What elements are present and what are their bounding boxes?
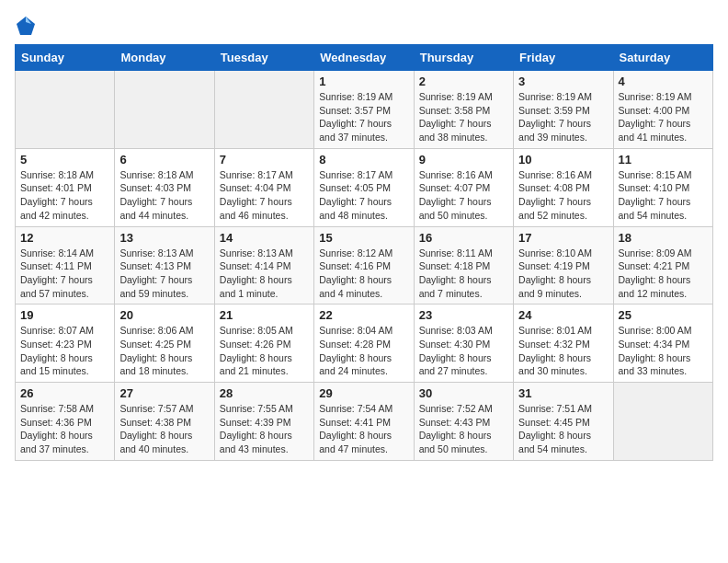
day-cell: 3Sunrise: 8:19 AM Sunset: 3:59 PM Daylig… — [514, 71, 613, 149]
day-number: 31 — [518, 386, 608, 400]
day-cell: 14Sunrise: 8:13 AM Sunset: 4:14 PM Dayli… — [214, 226, 313, 304]
day-cell: 1Sunrise: 8:19 AM Sunset: 3:57 PM Daylig… — [314, 71, 414, 149]
day-cell: 16Sunrise: 8:11 AM Sunset: 4:18 PM Dayli… — [414, 226, 513, 304]
day-info: Sunrise: 8:09 AM Sunset: 4:21 PM Dayligh… — [619, 247, 708, 301]
weekday-header-saturday: Saturday — [613, 45, 712, 71]
day-number: 17 — [518, 231, 608, 245]
weekday-header-tuesday: Tuesday — [214, 45, 313, 71]
day-number: 22 — [319, 308, 408, 322]
day-number: 6 — [119, 153, 209, 167]
day-info: Sunrise: 8:16 AM Sunset: 4:08 PM Dayligh… — [518, 168, 608, 223]
day-info: Sunrise: 8:03 AM Sunset: 4:30 PM Dayligh… — [419, 324, 508, 378]
day-cell: 18Sunrise: 8:09 AM Sunset: 4:21 PM Dayli… — [613, 226, 712, 304]
day-cell: 23Sunrise: 8:03 AM Sunset: 4:30 PM Dayli… — [414, 304, 513, 383]
day-cell: 26Sunrise: 7:58 AM Sunset: 4:36 PM Dayli… — [16, 383, 115, 461]
header — [15, 15, 713, 37]
day-number: 15 — [319, 231, 408, 245]
day-number: 28 — [220, 386, 309, 400]
day-info: Sunrise: 7:57 AM Sunset: 4:38 PM Dayligh… — [119, 402, 209, 456]
day-number: 3 — [518, 75, 608, 88]
day-cell: 24Sunrise: 8:01 AM Sunset: 4:32 PM Dayli… — [514, 304, 613, 383]
day-info: Sunrise: 8:19 AM Sunset: 3:57 PM Dayligh… — [319, 90, 408, 144]
day-number: 4 — [619, 75, 708, 88]
day-info: Sunrise: 8:17 AM Sunset: 4:04 PM Dayligh… — [220, 168, 309, 223]
day-info: Sunrise: 7:51 AM Sunset: 4:45 PM Dayligh… — [518, 402, 608, 456]
day-number: 9 — [419, 153, 508, 167]
day-cell: 19Sunrise: 8:07 AM Sunset: 4:23 PM Dayli… — [16, 304, 115, 383]
day-info: Sunrise: 7:54 AM Sunset: 4:41 PM Dayligh… — [319, 402, 408, 456]
day-cell: 20Sunrise: 8:06 AM Sunset: 4:25 PM Dayli… — [115, 304, 214, 383]
week-row-4: 19Sunrise: 8:07 AM Sunset: 4:23 PM Dayli… — [16, 304, 713, 383]
day-number: 8 — [319, 153, 408, 167]
day-info: Sunrise: 8:10 AM Sunset: 4:19 PM Dayligh… — [518, 247, 608, 301]
day-number: 24 — [518, 308, 608, 322]
week-row-2: 5Sunrise: 8:18 AM Sunset: 4:01 PM Daylig… — [16, 148, 713, 226]
day-info: Sunrise: 8:14 AM Sunset: 4:11 PM Dayligh… — [20, 247, 109, 301]
day-cell: 22Sunrise: 8:04 AM Sunset: 4:28 PM Dayli… — [314, 304, 414, 383]
day-cell: 10Sunrise: 8:16 AM Sunset: 4:08 PM Dayli… — [514, 148, 613, 226]
day-number: 16 — [419, 231, 508, 245]
day-number: 29 — [319, 386, 408, 400]
week-row-5: 26Sunrise: 7:58 AM Sunset: 4:36 PM Dayli… — [16, 383, 713, 461]
day-cell: 17Sunrise: 8:10 AM Sunset: 4:19 PM Dayli… — [514, 226, 613, 304]
calendar-table: SundayMondayTuesdayWednesdayThursdayFrid… — [15, 44, 713, 461]
day-number: 27 — [119, 386, 209, 400]
day-number: 1 — [319, 75, 408, 88]
day-info: Sunrise: 8:07 AM Sunset: 4:23 PM Dayligh… — [20, 324, 109, 378]
day-cell: 9Sunrise: 8:16 AM Sunset: 4:07 PM Daylig… — [414, 148, 513, 226]
day-info: Sunrise: 8:17 AM Sunset: 4:05 PM Dayligh… — [319, 168, 408, 223]
day-info: Sunrise: 7:52 AM Sunset: 4:43 PM Dayligh… — [419, 402, 508, 456]
day-info: Sunrise: 8:13 AM Sunset: 4:13 PM Dayligh… — [119, 247, 209, 301]
day-cell: 13Sunrise: 8:13 AM Sunset: 4:13 PM Dayli… — [115, 226, 214, 304]
day-cell: 29Sunrise: 7:54 AM Sunset: 4:41 PM Dayli… — [314, 383, 414, 461]
day-cell: 4Sunrise: 8:19 AM Sunset: 4:00 PM Daylig… — [613, 71, 712, 149]
day-cell: 31Sunrise: 7:51 AM Sunset: 4:45 PM Dayli… — [514, 383, 613, 461]
day-info: Sunrise: 8:12 AM Sunset: 4:16 PM Dayligh… — [319, 247, 408, 301]
day-number: 30 — [419, 386, 508, 400]
day-cell: 6Sunrise: 8:18 AM Sunset: 4:03 PM Daylig… — [115, 148, 214, 226]
day-number: 14 — [220, 231, 309, 245]
day-info: Sunrise: 8:18 AM Sunset: 4:01 PM Dayligh… — [20, 168, 109, 223]
weekday-header-wednesday: Wednesday — [314, 45, 414, 71]
day-cell: 30Sunrise: 7:52 AM Sunset: 4:43 PM Dayli… — [414, 383, 513, 461]
week-row-3: 12Sunrise: 8:14 AM Sunset: 4:11 PM Dayli… — [16, 226, 713, 304]
day-info: Sunrise: 7:55 AM Sunset: 4:39 PM Dayligh… — [220, 402, 309, 456]
day-cell: 5Sunrise: 8:18 AM Sunset: 4:01 PM Daylig… — [16, 148, 115, 226]
day-info: Sunrise: 8:00 AM Sunset: 4:34 PM Dayligh… — [619, 324, 708, 378]
day-number: 5 — [20, 153, 109, 167]
day-number: 25 — [619, 308, 708, 322]
day-cell — [214, 71, 313, 149]
day-cell — [16, 71, 115, 149]
day-cell: 28Sunrise: 7:55 AM Sunset: 4:39 PM Dayli… — [214, 383, 313, 461]
day-number: 10 — [518, 153, 608, 167]
day-cell: 25Sunrise: 8:00 AM Sunset: 4:34 PM Dayli… — [613, 304, 712, 383]
weekday-header-sunday: Sunday — [16, 45, 115, 71]
day-info: Sunrise: 8:15 AM Sunset: 4:10 PM Dayligh… — [619, 168, 708, 223]
day-number: 13 — [119, 231, 209, 245]
day-number: 20 — [119, 308, 209, 322]
day-cell: 27Sunrise: 7:57 AM Sunset: 4:38 PM Dayli… — [115, 383, 214, 461]
day-cell — [115, 71, 214, 149]
day-cell: 12Sunrise: 8:14 AM Sunset: 4:11 PM Dayli… — [16, 226, 115, 304]
day-cell: 2Sunrise: 8:19 AM Sunset: 3:58 PM Daylig… — [414, 71, 513, 149]
day-info: Sunrise: 8:13 AM Sunset: 4:14 PM Dayligh… — [220, 247, 309, 301]
day-info: Sunrise: 8:19 AM Sunset: 3:58 PM Dayligh… — [419, 90, 508, 144]
day-info: Sunrise: 8:06 AM Sunset: 4:25 PM Dayligh… — [119, 324, 209, 378]
day-number: 11 — [619, 153, 708, 167]
logo — [15, 15, 40, 37]
day-info: Sunrise: 8:16 AM Sunset: 4:07 PM Dayligh… — [419, 168, 508, 223]
day-number: 2 — [419, 75, 508, 88]
day-number: 19 — [20, 308, 109, 322]
weekday-header-friday: Friday — [514, 45, 613, 71]
day-info: Sunrise: 8:11 AM Sunset: 4:18 PM Dayligh… — [419, 247, 508, 301]
day-info: Sunrise: 8:01 AM Sunset: 4:32 PM Dayligh… — [518, 324, 608, 378]
weekday-header-monday: Monday — [115, 45, 214, 71]
weekday-header-row: SundayMondayTuesdayWednesdayThursdayFrid… — [16, 45, 713, 71]
day-number: 26 — [20, 386, 109, 400]
day-cell: 15Sunrise: 8:12 AM Sunset: 4:16 PM Dayli… — [314, 226, 414, 304]
day-cell — [613, 383, 712, 461]
day-number: 21 — [220, 308, 309, 322]
day-info: Sunrise: 8:04 AM Sunset: 4:28 PM Dayligh… — [319, 324, 408, 378]
logo-icon — [15, 15, 37, 37]
day-number: 18 — [619, 231, 708, 245]
